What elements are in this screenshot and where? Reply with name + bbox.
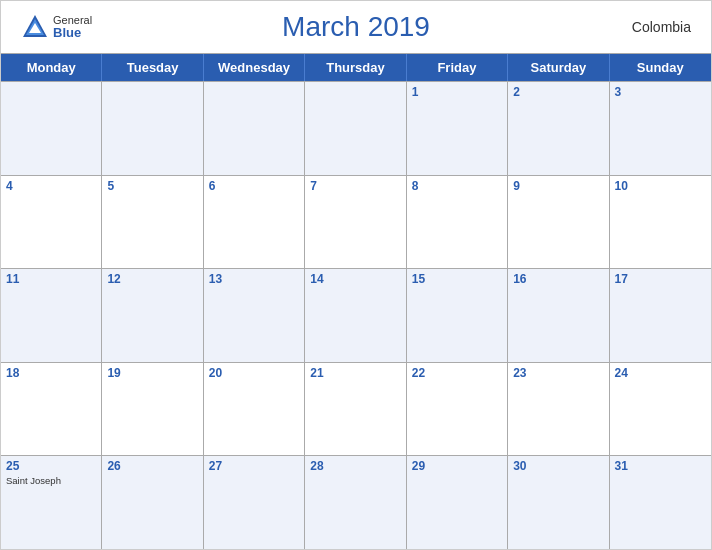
week-row-5: 25Saint Joseph262728293031 xyxy=(1,455,711,549)
day-headers-row: Monday Tuesday Wednesday Thursday Friday… xyxy=(1,54,711,81)
day-number: 27 xyxy=(209,459,299,473)
day-number: 24 xyxy=(615,366,706,380)
calendar-grid: Monday Tuesday Wednesday Thursday Friday… xyxy=(1,53,711,549)
day-number: 21 xyxy=(310,366,400,380)
day-cell-2-7: 10 xyxy=(610,176,711,269)
holiday-label: Saint Joseph xyxy=(6,475,96,486)
calendar-header: General Blue March 2019 Colombia xyxy=(1,1,711,53)
day-number: 5 xyxy=(107,179,197,193)
weeks-container: 1234567891011121314151617181920212223242… xyxy=(1,81,711,549)
day-cell-2-3: 6 xyxy=(204,176,305,269)
day-number: 6 xyxy=(209,179,299,193)
day-cell-5-2: 26 xyxy=(102,456,203,549)
day-cell-4-6: 23 xyxy=(508,363,609,456)
day-number: 4 xyxy=(6,179,96,193)
logo-area: General Blue xyxy=(21,13,92,41)
calendar-container: General Blue March 2019 Colombia Monday … xyxy=(0,0,712,550)
day-cell-4-2: 19 xyxy=(102,363,203,456)
day-cell-4-3: 20 xyxy=(204,363,305,456)
day-number: 12 xyxy=(107,272,197,286)
day-cell-5-4: 28 xyxy=(305,456,406,549)
day-cell-5-5: 29 xyxy=(407,456,508,549)
day-cell-3-5: 15 xyxy=(407,269,508,362)
day-cell-5-7: 31 xyxy=(610,456,711,549)
day-number: 29 xyxy=(412,459,502,473)
day-cell-1-3 xyxy=(204,82,305,175)
day-cell-1-1 xyxy=(1,82,102,175)
day-number: 28 xyxy=(310,459,400,473)
day-cell-2-6: 9 xyxy=(508,176,609,269)
logo-blue: Blue xyxy=(53,26,92,40)
day-number: 20 xyxy=(209,366,299,380)
header-sunday: Sunday xyxy=(610,54,711,81)
day-number: 10 xyxy=(615,179,706,193)
day-number: 26 xyxy=(107,459,197,473)
day-cell-1-5: 1 xyxy=(407,82,508,175)
day-number: 19 xyxy=(107,366,197,380)
week-row-2: 45678910 xyxy=(1,175,711,269)
day-number: 7 xyxy=(310,179,400,193)
day-cell-3-3: 13 xyxy=(204,269,305,362)
day-cell-4-5: 22 xyxy=(407,363,508,456)
day-number: 31 xyxy=(615,459,706,473)
day-cell-5-1: 25Saint Joseph xyxy=(1,456,102,549)
day-cell-5-6: 30 xyxy=(508,456,609,549)
week-row-3: 11121314151617 xyxy=(1,268,711,362)
day-cell-2-1: 4 xyxy=(1,176,102,269)
day-number: 15 xyxy=(412,272,502,286)
header-friday: Friday xyxy=(407,54,508,81)
day-number: 1 xyxy=(412,85,502,99)
day-cell-1-4 xyxy=(305,82,406,175)
day-number: 23 xyxy=(513,366,603,380)
header-thursday: Thursday xyxy=(305,54,406,81)
day-number: 3 xyxy=(615,85,706,99)
day-number: 25 xyxy=(6,459,96,473)
day-cell-1-6: 2 xyxy=(508,82,609,175)
header-wednesday: Wednesday xyxy=(204,54,305,81)
day-number: 16 xyxy=(513,272,603,286)
header-saturday: Saturday xyxy=(508,54,609,81)
day-cell-3-7: 17 xyxy=(610,269,711,362)
day-cell-2-2: 5 xyxy=(102,176,203,269)
day-number: 9 xyxy=(513,179,603,193)
generalblue-logo-icon xyxy=(21,13,49,41)
day-number: 18 xyxy=(6,366,96,380)
day-cell-3-2: 12 xyxy=(102,269,203,362)
day-cell-4-4: 21 xyxy=(305,363,406,456)
day-number: 2 xyxy=(513,85,603,99)
day-cell-4-7: 24 xyxy=(610,363,711,456)
day-cell-2-5: 8 xyxy=(407,176,508,269)
country-label: Colombia xyxy=(632,19,691,35)
header-tuesday: Tuesday xyxy=(102,54,203,81)
day-number: 8 xyxy=(412,179,502,193)
day-cell-2-4: 7 xyxy=(305,176,406,269)
day-number: 17 xyxy=(615,272,706,286)
day-number: 14 xyxy=(310,272,400,286)
header-monday: Monday xyxy=(1,54,102,81)
day-number: 13 xyxy=(209,272,299,286)
day-cell-3-6: 16 xyxy=(508,269,609,362)
day-cell-1-2 xyxy=(102,82,203,175)
day-number: 11 xyxy=(6,272,96,286)
week-row-4: 18192021222324 xyxy=(1,362,711,456)
logo-text: General Blue xyxy=(53,14,92,40)
day-cell-3-4: 14 xyxy=(305,269,406,362)
day-cell-5-3: 27 xyxy=(204,456,305,549)
day-cell-3-1: 11 xyxy=(1,269,102,362)
week-row-1: 123 xyxy=(1,81,711,175)
day-cell-1-7: 3 xyxy=(610,82,711,175)
day-number: 22 xyxy=(412,366,502,380)
calendar-title: March 2019 xyxy=(282,11,430,43)
day-number: 30 xyxy=(513,459,603,473)
day-cell-4-1: 18 xyxy=(1,363,102,456)
